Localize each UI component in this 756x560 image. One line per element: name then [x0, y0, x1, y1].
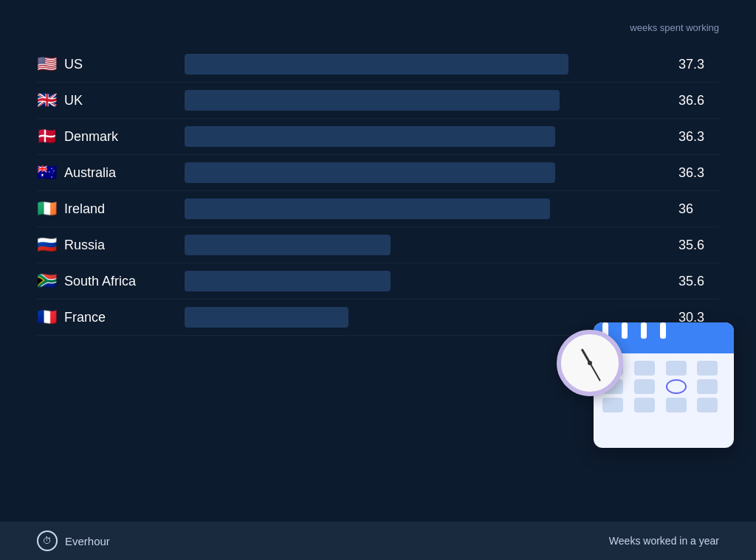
bar [185, 198, 550, 219]
country-name: France [64, 310, 106, 325]
minute-hand [589, 363, 601, 381]
bar [185, 271, 391, 291]
bar-container [185, 54, 668, 75]
bar-value: 36 [678, 201, 719, 217]
country-label: 🇷🇺Russia [37, 237, 185, 253]
country-flag: 🇺🇸 [37, 56, 57, 72]
bar-row: 🇦🇺Australia36.3 [37, 155, 719, 191]
country-label: 🇬🇧UK [37, 92, 185, 108]
bar [185, 126, 555, 147]
footer: ⏱ Everhour Weeks worked in a year [0, 522, 756, 560]
bar-container [185, 235, 668, 255]
clock-illustration [557, 330, 623, 396]
bar-container [185, 90, 668, 111]
chart-subtitle: weeks spent working [37, 22, 719, 33]
bar-container [185, 271, 668, 291]
bar-value: 36.3 [678, 165, 719, 181]
bar-value: 36.3 [678, 129, 719, 145]
bar [185, 54, 568, 75]
country-flag: 🇬🇧 [37, 92, 57, 108]
bar-row: 🇷🇺Russia35.6 [37, 227, 719, 263]
bar-row: 🇺🇸US37.3 [37, 46, 719, 83]
country-flag: 🇫🇷 [37, 309, 57, 325]
brand-name: Everhour [65, 535, 110, 547]
country-label: 🇺🇸US [37, 56, 185, 72]
bar [185, 90, 560, 111]
country-name: US [64, 57, 83, 72]
bar [185, 307, 348, 328]
footer-title: Weeks worked in a year [609, 535, 719, 547]
main-content: weeks spent working 🇺🇸US37.3🇬🇧UK36.6🇩🇰De… [0, 0, 756, 522]
bar-container [185, 126, 668, 147]
bar-value: 35.6 [678, 274, 719, 289]
brand: ⏱ Everhour [37, 530, 110, 551]
country-flag: 🇮🇪 [37, 201, 57, 217]
country-name: Denmark [64, 129, 118, 145]
chart-area: 🇺🇸US37.3🇬🇧UK36.6🇩🇰Denmark36.3🇦🇺Australia… [37, 46, 719, 336]
country-name: Russia [64, 238, 105, 253]
country-label: 🇿🇦South Africa [37, 273, 185, 289]
bar-value: 36.6 [678, 93, 719, 108]
bar-value: 35.6 [678, 238, 719, 253]
country-label: 🇦🇺Australia [37, 165, 185, 181]
country-name: Australia [64, 165, 116, 181]
bar-container [185, 162, 668, 183]
brand-icon: ⏱ [37, 530, 58, 551]
country-label: 🇮🇪Ireland [37, 201, 185, 217]
bar-row: 🇮🇪Ireland36 [37, 191, 719, 227]
bar-container [185, 198, 668, 219]
bar-row: 🇿🇦South Africa35.6 [37, 263, 719, 300]
illustration [557, 308, 734, 463]
bar [185, 162, 555, 183]
country-label: 🇫🇷France [37, 309, 185, 325]
bar [185, 235, 391, 255]
country-label: 🇩🇰Denmark [37, 128, 185, 145]
bar-value: 37.3 [678, 57, 719, 72]
country-name: UK [64, 93, 83, 108]
country-flag: 🇦🇺 [37, 165, 57, 181]
country-flag: 🇷🇺 [37, 237, 57, 253]
country-flag: 🇿🇦 [37, 273, 57, 289]
clock-center-dot [588, 361, 592, 365]
bar-row: 🇩🇰Denmark36.3 [37, 119, 719, 155]
bar-row: 🇬🇧UK36.6 [37, 83, 719, 119]
country-flag: 🇩🇰 [37, 128, 57, 145]
country-name: Ireland [64, 201, 105, 217]
country-name: South Africa [64, 274, 136, 289]
